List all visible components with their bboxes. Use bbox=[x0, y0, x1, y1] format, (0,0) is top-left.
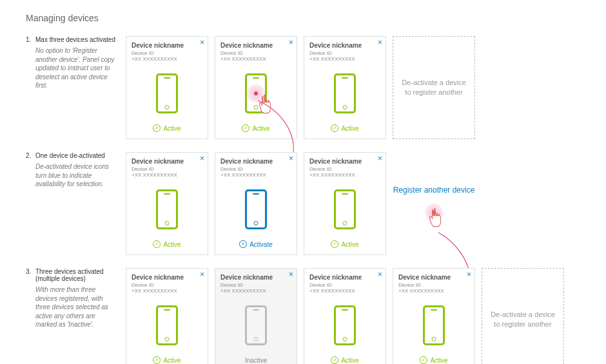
device-id-label: Device ID bbox=[132, 50, 202, 56]
device-id-value: +XX XXXXXXXXXX bbox=[220, 172, 291, 178]
close-icon[interactable]: × bbox=[378, 154, 382, 163]
check-icon: ✓ bbox=[331, 124, 338, 132]
close-icon[interactable]: × bbox=[467, 270, 471, 279]
status-label: Activate bbox=[249, 241, 273, 248]
tap-indicator-icon bbox=[425, 204, 443, 222]
device-id-value: +XX XXXXXXXXXX bbox=[220, 56, 291, 62]
scenario-1-num: 1. bbox=[26, 36, 35, 43]
status-active: ✓ Active bbox=[398, 356, 469, 364]
close-icon[interactable]: × bbox=[200, 270, 204, 279]
status-active: ✓ Active bbox=[132, 124, 202, 133]
status-activate[interactable]: + Activate bbox=[220, 240, 291, 249]
status-label: Active bbox=[163, 357, 181, 364]
tap-indicator-icon bbox=[247, 84, 265, 102]
device-card: × Device nickname Device ID +XX XXXXXXXX… bbox=[215, 152, 297, 255]
close-icon[interactable]: × bbox=[289, 154, 293, 163]
status-label: Active bbox=[430, 357, 447, 364]
device-nickname: Device nickname bbox=[398, 274, 469, 281]
scenario-1-title: Max three devices activated bbox=[35, 36, 116, 43]
device-card: × Device nickname Device ID +XX XXXXXXXX… bbox=[304, 268, 386, 364]
scenario-3-note: With more than three devices registered,… bbox=[26, 285, 116, 329]
device-id-value: +XX XXXXXXXXXX bbox=[398, 288, 469, 294]
scenario-3: 3. Three devices activated (multiple dev… bbox=[26, 268, 580, 364]
check-icon: ✓ bbox=[153, 124, 161, 132]
device-id-value: +XX XXXXXXXXXX bbox=[132, 56, 202, 62]
device-nickname: Device nickname bbox=[132, 274, 202, 281]
device-id-label: Device ID bbox=[398, 282, 469, 288]
phone-icon bbox=[423, 305, 445, 345]
device-id-label: Device ID bbox=[220, 282, 291, 288]
status-label: Active bbox=[252, 125, 269, 132]
scenario-3-num: 3. bbox=[26, 268, 35, 282]
scenario-1-desc: 1. Max three devices activated No option… bbox=[26, 36, 126, 139]
device-card: × Device nickname Device ID +XX XXXXXXXX… bbox=[393, 268, 475, 364]
device-card-inactive: × Device nickname Device ID +XX XXXXXXXX… bbox=[215, 268, 297, 364]
device-nickname: Device nickname bbox=[132, 158, 202, 165]
device-card: × Device nickname Device ID +XX XXXXXXXX… bbox=[215, 36, 297, 139]
status-label: Active bbox=[163, 241, 181, 248]
device-id-label: Device ID bbox=[309, 50, 380, 56]
check-icon: ✓ bbox=[153, 356, 161, 364]
register-link[interactable]: Register another device bbox=[393, 186, 475, 196]
phone-icon bbox=[245, 189, 267, 229]
close-icon[interactable]: × bbox=[289, 270, 293, 279]
device-nickname: Device nickname bbox=[220, 274, 291, 281]
register-another-panel[interactable]: Register another device bbox=[393, 152, 475, 255]
close-icon[interactable]: × bbox=[289, 38, 293, 47]
device-id-label: Device ID bbox=[132, 282, 202, 288]
check-icon: ✓ bbox=[420, 356, 427, 364]
status-label: Active bbox=[341, 125, 358, 132]
close-icon[interactable]: × bbox=[378, 38, 382, 47]
scenario-2-note: De-activated device icons turn blue to i… bbox=[26, 162, 116, 189]
status-inactive: Inactive bbox=[220, 357, 291, 364]
status-label: Inactive bbox=[245, 357, 267, 364]
phone-icon bbox=[334, 189, 356, 229]
status-active: ✓ Active bbox=[309, 240, 380, 249]
status-label: Active bbox=[341, 241, 358, 248]
scenario-2-desc: 2. One device de-activated De-activated … bbox=[26, 152, 126, 255]
status-active: ✓ Active bbox=[220, 124, 291, 133]
phone-icon bbox=[156, 189, 178, 229]
close-icon[interactable]: × bbox=[200, 38, 204, 47]
check-icon: ✓ bbox=[242, 124, 249, 132]
scenario-1: 1. Max three devices activated No option… bbox=[26, 36, 580, 139]
device-id-value: +XX XXXXXXXXXX bbox=[309, 288, 380, 294]
device-nickname: Device nickname bbox=[309, 42, 380, 49]
device-nickname: Device nickname bbox=[309, 158, 380, 165]
status-active: ✓ Active bbox=[309, 356, 380, 364]
device-id-label: Device ID bbox=[220, 50, 291, 56]
deactivate-placeholder: De-activate a device to register another bbox=[393, 36, 475, 139]
device-nickname: Device nickname bbox=[220, 42, 291, 49]
scenario-1-note: No option to 'Register another device'. … bbox=[26, 46, 116, 90]
close-icon[interactable]: × bbox=[378, 270, 382, 279]
device-nickname: Device nickname bbox=[309, 274, 380, 281]
scenario-3-desc: 3. Three devices activated (multiple dev… bbox=[26, 268, 126, 364]
phone-icon bbox=[334, 73, 356, 113]
device-card: × Device nickname Device ID +XX XXXXXXXX… bbox=[304, 36, 386, 139]
device-card: × Device nickname Device ID +XX XXXXXXXX… bbox=[304, 152, 386, 255]
device-card: × Device nickname Device ID +XX XXXXXXXX… bbox=[126, 268, 208, 364]
device-id-value: +XX XXXXXXXXXX bbox=[132, 288, 202, 294]
phone-icon bbox=[156, 73, 178, 113]
deactivate-placeholder: De-activate a device to register another bbox=[482, 268, 564, 364]
phone-icon bbox=[334, 305, 356, 345]
status-active: ✓ Active bbox=[309, 124, 380, 133]
device-nickname: Device nickname bbox=[220, 158, 291, 165]
check-icon: ✓ bbox=[331, 240, 338, 248]
close-icon[interactable]: × bbox=[200, 154, 204, 163]
check-icon: ✓ bbox=[153, 240, 161, 248]
device-nickname: Device nickname bbox=[132, 42, 202, 49]
status-active: ✓ Active bbox=[132, 356, 202, 364]
device-id-value: +XX XXXXXXXXXX bbox=[220, 288, 291, 294]
device-id-label: Device ID bbox=[132, 166, 202, 172]
phone-icon bbox=[156, 305, 178, 345]
status-label: Active bbox=[163, 125, 181, 132]
scenario-3-title: Three devices activated (multiple device… bbox=[35, 268, 116, 282]
device-id-label: Device ID bbox=[309, 282, 380, 288]
device-id-label: Device ID bbox=[309, 166, 380, 172]
device-id-value: +XX XXXXXXXXXX bbox=[132, 172, 202, 178]
plus-icon: + bbox=[239, 240, 247, 248]
device-id-value: +XX XXXXXXXXXX bbox=[309, 56, 380, 62]
device-id-label: Device ID bbox=[220, 166, 291, 172]
check-icon: ✓ bbox=[331, 356, 338, 364]
